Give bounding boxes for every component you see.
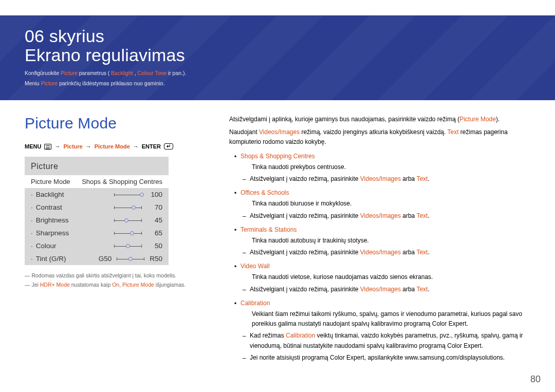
right-p1: Atsižvelgdami į aplinką, kurioje gaminys… xyxy=(229,115,530,124)
osd-row-sharpness: Sharpness 65 xyxy=(25,227,169,239)
osd-row-backlight: Backlight 100 xyxy=(25,188,169,201)
osd-panel: Picture Picture Mode Shops & Shopping Ce… xyxy=(25,157,169,265)
osd-row-contrast: Contrast 70 xyxy=(25,201,169,214)
intro-keyword-picture: Picture xyxy=(61,70,78,76)
osd-label: Contrast xyxy=(31,203,114,211)
calibration-sub1: Kad režimas Calibration veiktų tinkamai,… xyxy=(240,331,530,350)
intro-keyword-backlight: Backlight xyxy=(111,70,133,76)
osd-value: 70 xyxy=(142,203,162,211)
note-hdr: ― Jei HDR+ Mode nustatomas kaip On, Pict… xyxy=(25,282,199,288)
slider xyxy=(114,218,142,223)
mode-sub: Atsižvelgiant į vaizdo režimą, pasirinki… xyxy=(240,248,530,257)
mode-offices: Offices & Schools Tinka naudoti biuruose… xyxy=(229,188,530,221)
content: Picture Mode MENU → Picture → Picture Mo… xyxy=(25,115,530,371)
mode-sub: Atsižvelgiant į vaizdo režimą, pasirinki… xyxy=(240,211,530,221)
slider xyxy=(114,205,142,210)
mode-desc: Tinka naudoti biuruose ir mokyklose. xyxy=(240,199,530,209)
chapter-title: Ekrano reguliavimas xyxy=(25,45,185,65)
osd-selected-value: Shops & Shopping Centres xyxy=(82,178,162,185)
section-heading: Picture Mode xyxy=(25,115,199,132)
arrow-icon: → xyxy=(133,143,139,150)
osd-value: 100 xyxy=(142,191,162,198)
mode-calibration: Calibration Veikiant šiam režimui taikom… xyxy=(229,298,530,363)
mode-desc: Tinka naudoti autobusų ir traukinių stot… xyxy=(240,236,530,246)
mode-terminals: Terminals & Stations Tinka naudoti autob… xyxy=(229,225,530,258)
right-p2: Naudojant Videos/Images režimą, vaizdo į… xyxy=(229,127,530,147)
bc-picture-mode: Picture Mode xyxy=(95,143,130,150)
left-column: Picture Mode MENU → Picture → Picture Mo… xyxy=(25,115,199,371)
note-model: ― Rodomas vaizdas gali skirtis atsižvelg… xyxy=(25,272,199,278)
calibration-sub2: Jei norite atsisiųsti programą Color Exp… xyxy=(240,353,530,363)
menu-breadcrumb: MENU → Picture → Picture Mode → ENTER ↵ xyxy=(25,143,199,150)
osd-value: 65 xyxy=(142,229,162,237)
chapter-heading: 06 skyrius Ekrano reguliavimas xyxy=(25,27,530,65)
mode-sub: Atsižvelgiant į vaizdo režimą, pasirinki… xyxy=(240,174,530,184)
bc-picture: Picture xyxy=(63,143,82,150)
header-band: 06 skyrius Ekrano reguliavimas Konfigūru… xyxy=(0,15,555,100)
arrow-icon: → xyxy=(54,143,60,150)
osd-row-brightness: Brightness 45 xyxy=(25,214,169,227)
osd-tint-r: R50 xyxy=(150,255,162,263)
enter-icon: ↵ xyxy=(164,143,173,150)
slider xyxy=(114,192,142,197)
intro-keyword-colourtone: Colour Tone xyxy=(137,70,166,76)
mode-desc: Tinka naudoti prekybos centruose. xyxy=(240,162,530,172)
intro-keyword-picture2: Picture xyxy=(41,80,58,86)
osd-value: 45 xyxy=(142,216,162,224)
mode-desc: Veikiant šiam režimui taikomi ryškumo, s… xyxy=(240,309,530,329)
osd-value: 50 xyxy=(142,242,162,250)
intro-text: Konfigūruokite xyxy=(25,70,61,76)
mode-videowall: Video Wall Tinka naudoti vietose, kurios… xyxy=(229,262,530,294)
slider xyxy=(114,231,142,236)
menu-icon xyxy=(44,144,51,150)
osd-label: Backlight xyxy=(31,191,114,198)
osd-label: Colour xyxy=(31,242,114,250)
arrow-icon: → xyxy=(86,143,91,150)
mode-desc: Tinka naudoti vietose, kuriose naudojama… xyxy=(240,272,530,282)
bc-enter: ENTER xyxy=(142,143,161,150)
mode-shops: Shops & Shopping Centres Tinka naudoti p… xyxy=(229,152,530,184)
left-notes: ― Rodomas vaizdas gali skirtis atsižvelg… xyxy=(25,272,199,288)
osd-label: Sharpness xyxy=(31,229,114,237)
osd-selected-label: Picture Mode xyxy=(31,178,70,185)
page-number: 80 xyxy=(530,374,541,385)
osd-row-colour: Colour 50 xyxy=(25,239,169,252)
osd-title: Picture xyxy=(25,157,169,175)
bc-menu: MENU xyxy=(25,143,41,150)
mode-sub: Atsižvelgiant į vaizdo režimą, pasirinki… xyxy=(240,285,530,294)
osd-label: Brightness xyxy=(31,216,114,224)
header-intro: Konfigūruokite Picture parametrus ( Back… xyxy=(25,67,530,89)
right-column: Atsižvelgdami į aplinką, kurioje gaminys… xyxy=(229,115,530,371)
osd-row-picture-mode: Picture Mode Shops & Shopping Centres xyxy=(25,175,169,188)
chapter-number: 06 skyrius xyxy=(25,26,104,46)
osd-tint-g: G50 xyxy=(99,255,112,263)
slider xyxy=(117,256,144,262)
osd-label: Tint (G/R) xyxy=(31,255,94,263)
slider xyxy=(114,244,142,249)
mode-list: Shops & Shopping Centres Tinka naudoti p… xyxy=(229,152,530,363)
osd-row-tint: Tint (G/R) G50 R50 xyxy=(25,252,169,265)
